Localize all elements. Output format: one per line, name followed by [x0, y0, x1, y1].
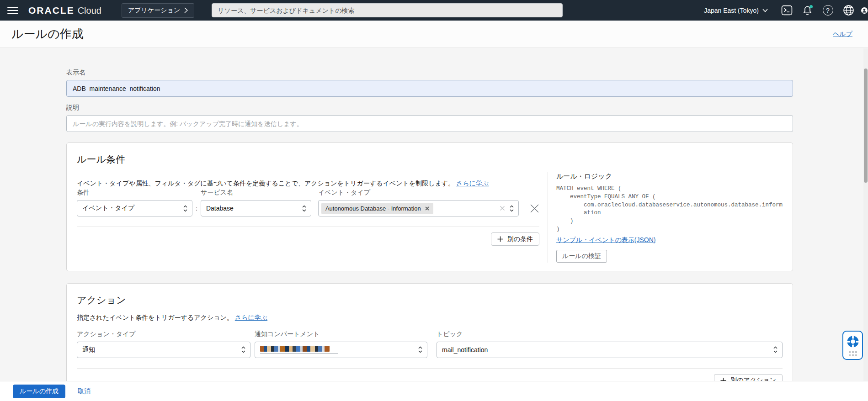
service-name-label: サービス名	[201, 189, 311, 197]
help-icon[interactable]: ?	[821, 4, 834, 17]
region-label: Japan East (Tokyo)	[704, 7, 759, 14]
notifications-bell-icon[interactable]	[801, 4, 814, 17]
vertical-scrollbar	[863, 48, 868, 401]
clear-selection-icon[interactable]	[500, 206, 505, 211]
select-updown-icon	[418, 346, 423, 354]
chip-remove-icon[interactable]	[425, 206, 429, 211]
condition-separator: :	[192, 205, 201, 216]
hamburger-menu-icon[interactable]	[5, 4, 21, 17]
create-rule-button[interactable]: ルールの作成	[13, 385, 65, 398]
actions-card: アクション 指定されたイベント条件をトリガーするアクション。 さらに学ぶ アクシ…	[66, 283, 793, 398]
rule-conditions-learn-more-link[interactable]: さらに学ぶ	[456, 179, 489, 187]
action-row: アクション・タイプ 通知 通知コンパートメント トピック mail_notifi…	[77, 330, 783, 358]
page-header: ルールの作成 ヘルプ	[0, 21, 868, 48]
condition-row: 条件 イベント・タイプ : サービス名 Database	[77, 189, 539, 216]
profile-avatar-icon[interactable]	[861, 4, 868, 17]
select-updown-icon	[773, 346, 778, 354]
select-updown-icon	[241, 346, 246, 354]
condition-label: 条件	[77, 189, 192, 197]
rule-logic-code: MATCH event WHERE ( eventType EQUALS ANY…	[556, 185, 783, 234]
region-selector[interactable]: Japan East (Tokyo)	[704, 7, 768, 14]
search-input[interactable]	[212, 3, 563, 17]
conditions-divider	[77, 227, 539, 227]
condition-type-value: イベント・タイプ	[82, 204, 134, 212]
description-field-group: 説明	[66, 104, 793, 132]
cancel-link[interactable]: 取消	[78, 387, 91, 396]
event-type-multiselect[interactable]: Autonomous Database - Information	[318, 200, 519, 216]
chevron-down-icon	[762, 9, 768, 12]
actions-divider	[77, 368, 783, 369]
description-label: 説明	[66, 104, 793, 112]
action-type-label: アクション・タイプ	[77, 330, 250, 338]
topic-value: mail_notification	[442, 346, 488, 354]
widget-drag-dots-icon	[849, 351, 857, 356]
support-help-widget[interactable]	[842, 331, 863, 360]
select-updown-icon	[183, 205, 188, 212]
remove-condition-button[interactable]	[530, 204, 539, 213]
topic-label: トピック	[437, 330, 783, 338]
applications-button-label: アプリケーション	[128, 6, 180, 15]
select-updown-icon	[302, 205, 307, 212]
event-type-label: イベント・タイプ	[318, 189, 519, 197]
select-updown-icon	[509, 205, 514, 212]
page-title: ルールの作成	[11, 26, 84, 42]
add-condition-button[interactable]: 別の条件	[491, 232, 539, 246]
main-content: 表示名 説明 ルール条件 イベント・タイプや属性、フィルタ・タグに基づいて条件を…	[0, 48, 863, 381]
plus-icon	[497, 236, 503, 242]
add-condition-label: 別の条件	[507, 235, 533, 243]
actions-title: アクション	[77, 294, 783, 306]
scrollbar-thumb[interactable]	[864, 69, 868, 183]
life-ring-icon	[846, 335, 860, 348]
chevron-right-icon	[184, 7, 188, 13]
notification-compartment-select[interactable]	[255, 342, 427, 358]
help-link[interactable]: ヘルプ	[833, 30, 852, 38]
display-name-label: 表示名	[66, 69, 793, 77]
cloud-shell-icon[interactable]	[780, 4, 793, 17]
applications-button[interactable]: アプリケーション	[122, 3, 194, 18]
condition-type-select[interactable]: イベント・タイプ	[77, 200, 192, 216]
notification-compartment-label: 通知コンパートメント	[255, 330, 427, 338]
rule-conditions-card: ルール条件 イベント・タイプや属性、フィルタ・タグに基づいて条件を定義することで…	[66, 142, 793, 271]
brand-oracle-text: ORACLE	[28, 5, 75, 16]
topic-select[interactable]: mail_notification	[437, 342, 783, 358]
actions-learn-more-link[interactable]: さらに学ぶ	[235, 314, 267, 321]
notification-dot	[809, 5, 813, 8]
display-name-field-group: 表示名	[66, 69, 793, 97]
sample-event-json-link[interactable]: サンプル・イベントの表示(JSON)	[556, 236, 656, 244]
help-glyph: ?	[823, 5, 833, 16]
service-name-value: Database	[206, 205, 234, 212]
display-name-input[interactable]	[66, 80, 793, 97]
event-type-chip-label: Autonomous Database - Information	[325, 205, 421, 212]
rule-conditions-title: ルール条件	[77, 153, 783, 166]
rule-conditions-left-panel: イベント・タイプや属性、フィルタ・タグに基づいて条件を定義することで、アクション…	[77, 172, 548, 263]
language-globe-icon[interactable]	[842, 4, 855, 17]
actions-description-text: 指定されたイベント条件をトリガーするアクション。	[77, 314, 233, 321]
action-type-select[interactable]: 通知	[77, 342, 250, 358]
compartment-redacted-value	[260, 346, 338, 354]
validate-rule-button[interactable]: ルールの検証	[556, 250, 607, 263]
actions-description: 指定されたイベント条件をトリガーするアクション。 さらに学ぶ	[77, 314, 783, 322]
service-name-select[interactable]: Database	[201, 200, 311, 216]
rule-conditions-description: イベント・タイプや属性、フィルタ・タグに基づいて条件を定義することで、アクション…	[77, 179, 539, 188]
rule-conditions-description-text: イベント・タイプや属性、フィルタ・タグに基づいて条件を定義することで、アクション…	[77, 179, 454, 187]
description-input[interactable]	[66, 115, 793, 132]
action-type-value: 通知	[82, 346, 95, 354]
close-icon	[530, 204, 539, 213]
rule-logic-panel: ルール・ロジック MATCH event WHERE ( eventType E…	[548, 172, 783, 263]
event-type-chip: Autonomous Database - Information	[321, 203, 433, 214]
topbar-right-group: Japan East (Tokyo) ?	[704, 4, 868, 17]
rule-logic-title: ルール・ロジック	[556, 172, 783, 181]
brand-cloud-text: Cloud	[78, 5, 101, 16]
oracle-cloud-logo: ORACLE Cloud	[28, 5, 101, 16]
topbar: ORACLE Cloud アプリケーション Japan East (Tokyo)…	[0, 0, 868, 21]
footer-bar: ルールの作成 取消	[0, 381, 868, 401]
